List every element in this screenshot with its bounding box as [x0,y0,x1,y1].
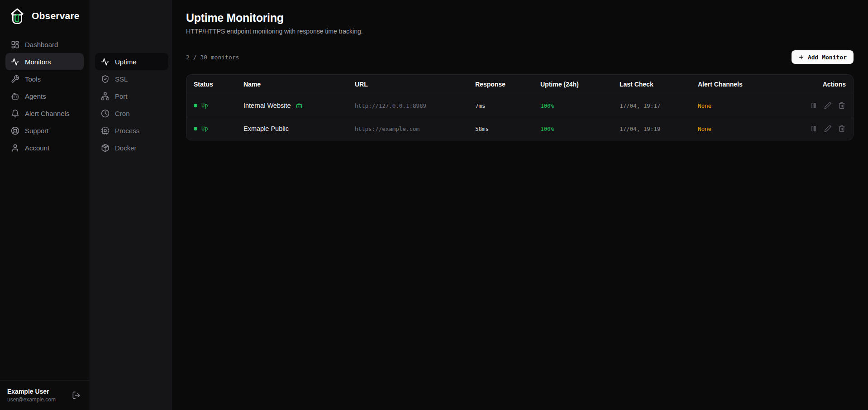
column-header-name: Name [243,81,355,88]
life-buoy-icon [11,126,19,135]
delete-monitor-button[interactable] [838,101,846,110]
submenu-item-label: Docker [115,144,137,152]
activity-icon [101,58,110,66]
actions-cell [804,101,846,110]
name-cell: Internal Website [243,102,355,109]
sidebar-item-label: Support [25,127,49,135]
actions-cell [804,125,846,133]
name-cell: Exmaple Public [243,125,355,132]
column-header-actions: Actions [804,81,846,88]
user-section: Example User user@example.com [0,380,90,410]
submenu-item-port[interactable]: Port [95,87,168,105]
response-time: 58ms [475,125,540,132]
pause-icon [810,125,817,132]
logout-icon [72,391,81,400]
trash-icon [838,102,845,109]
table-header-row: Status Name URL Response Uptime (24h) La… [186,75,853,94]
monitors-submenu: Uptime SSL Port Cron Process Docker [90,0,172,410]
edit-monitor-button[interactable] [824,101,832,110]
wrench-icon [11,75,19,83]
brand-header: Observare [0,0,90,31]
monitor-count: 2 / 30 monitors [186,54,239,61]
agent-bot-icon [296,102,303,109]
submenu-item-ssl[interactable]: SSL [95,70,168,87]
table-row: Up Internal Website http://127.0.0.1:898… [186,94,853,117]
shield-check-icon [101,75,110,83]
submenu-item-label: Process [115,127,139,135]
sidebar-item-support[interactable]: Support [5,122,84,139]
delete-monitor-button[interactable] [838,125,846,133]
bell-icon [11,109,19,118]
column-header-last-check: Last Check [620,81,698,88]
sidebar-item-label: Agents [25,92,46,100]
activity-icon [11,58,19,66]
column-header-status: Status [194,81,243,88]
monitors-table: Status Name URL Response Uptime (24h) La… [186,74,854,140]
alert-channels-value: None [698,102,804,109]
user-info: Example User user@example.com [7,388,70,403]
last-check-time: 17/04, 19:19 [620,125,698,132]
submenu-item-label: Cron [115,110,130,117]
logout-button[interactable] [70,389,82,402]
submenu-item-label: SSL [115,75,128,83]
main-content: Uptime Monitoring HTTP/HTTPS endpoint mo… [172,0,868,410]
column-header-response: Response [475,81,540,88]
primary-sidebar: Observare Dashboard Monitors Tools Agent… [0,0,90,410]
trash-icon [838,125,845,132]
page-subtitle: HTTP/HTTPS endpoint monitoring with resp… [186,28,854,35]
submenu-item-docker[interactable]: Docker [95,139,168,156]
toolbar: 2 / 30 monitors Add Monitor [186,50,854,64]
table-row: Up Exmaple Public https://example.com 58… [186,117,853,140]
primary-nav: Dashboard Monitors Tools Agents Alert Ch… [0,31,90,156]
sidebar-item-label: Tools [25,75,41,83]
edit-monitor-button[interactable] [824,125,832,133]
sidebar-item-alert-channels[interactable]: Alert Channels [5,105,84,122]
status-cell: Up [194,102,243,109]
sidebar-item-label: Account [25,144,49,152]
bot-icon [11,92,19,101]
status-cell: Up [194,125,243,132]
user-icon [11,144,19,152]
sidebar-item-label: Alert Channels [25,110,69,117]
submenu-item-process[interactable]: Process [95,122,168,139]
column-header-alert-channels: Alert Channels [698,81,804,88]
monitor-name: Exmaple Public [243,125,289,132]
column-header-uptime: Uptime (24h) [540,81,620,88]
observare-logo-icon [7,6,27,26]
network-icon [101,92,110,101]
response-time: 7ms [475,102,540,109]
sidebar-item-tools[interactable]: Tools [5,70,84,87]
status-badge: Up [201,102,208,109]
status-up-dot [194,127,197,130]
submenu-item-label: Uptime [115,58,137,66]
clock-icon [101,109,110,118]
submenu-item-label: Port [115,92,128,100]
sidebar-item-label: Monitors [25,58,51,66]
package-icon [101,144,110,152]
sidebar-item-label: Dashboard [25,41,58,48]
user-email: user@example.com [7,396,70,403]
sidebar-item-agents[interactable]: Agents [5,87,84,105]
add-monitor-button[interactable]: Add Monitor [792,50,854,64]
sidebar-item-account[interactable]: Account [5,139,84,156]
status-badge: Up [201,125,208,132]
last-check-time: 17/04, 19:17 [620,102,698,109]
pause-monitor-button[interactable] [810,101,818,110]
monitor-url: https://example.com [355,125,475,132]
column-header-url: URL [355,81,475,88]
pencil-icon [824,125,831,132]
add-monitor-label: Add Monitor [808,54,847,61]
alert-channels-value: None [698,125,804,132]
plus-icon [798,54,804,60]
page-title: Uptime Monitoring [186,11,854,25]
user-name: Example User [7,388,70,395]
sidebar-item-monitors[interactable]: Monitors [5,53,84,70]
submenu-item-uptime[interactable]: Uptime [95,53,168,70]
sidebar-item-dashboard[interactable]: Dashboard [5,36,84,53]
pause-icon [810,102,817,109]
brand-name: Observare [32,10,80,21]
submenu-item-cron[interactable]: Cron [95,105,168,122]
uptime-percent: 100% [540,125,620,132]
dashboard-icon [11,40,19,49]
pause-monitor-button[interactable] [810,125,818,133]
